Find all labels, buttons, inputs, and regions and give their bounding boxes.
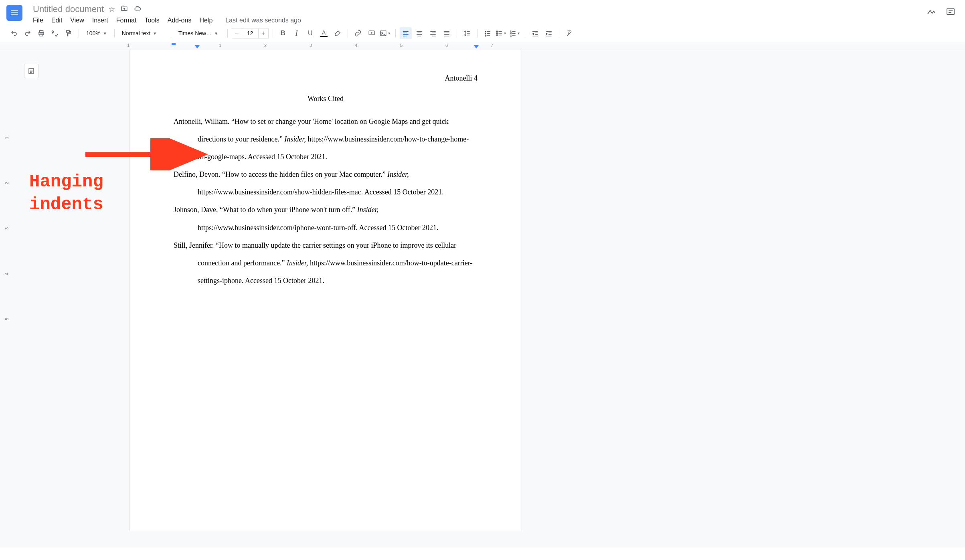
first-line-indent-marker[interactable] [172,43,176,45]
zoom-dropdown[interactable]: 100%▼ [83,27,110,39]
menu-bar: File Edit View Insert Format Tools Add-o… [30,16,927,25]
page-header: Antonelli 4 [174,74,477,83]
annotation-label: Hangingindents [29,170,103,216]
annotation-arrow [81,138,210,170]
increase-indent-button[interactable] [543,27,555,39]
redo-button[interactable] [22,27,34,39]
citation-entry: Still, Jennifer. “How to manually update… [174,237,477,289]
bulleted-list-button[interactable]: ▼ [495,27,507,39]
font-size-decrease[interactable]: − [232,28,242,38]
spellcheck-button[interactable] [49,27,61,39]
comments-icon[interactable] [946,7,955,19]
svg-point-9 [496,34,498,36]
menu-edit[interactable]: Edit [51,17,63,24]
document-outline-button[interactable] [24,64,38,78]
citation-entry: Delfino, Devon. “How to access the hidde… [174,166,477,201]
line-spacing-button[interactable] [461,27,473,39]
menu-addons[interactable]: Add-ons [168,17,192,24]
menu-format[interactable]: Format [116,17,137,24]
align-justify-button[interactable] [441,27,453,39]
font-size-value[interactable]: 12 [242,28,258,38]
svg-rect-0 [947,9,954,14]
font-size-control: − 12 + [232,28,269,38]
horizontal-ruler[interactable]: 1 1 2 3 4 5 6 7 [0,42,965,50]
docs-logo[interactable] [6,5,22,21]
undo-button[interactable] [8,27,20,39]
left-indent-marker[interactable] [195,45,200,49]
bold-button[interactable]: B [277,27,289,39]
cloud-status-icon[interactable] [134,5,142,14]
svg-point-7 [496,31,498,32]
numbered-list-button[interactable]: ▼ [509,27,521,39]
text-cursor [325,277,325,285]
align-left-button[interactable] [400,27,412,39]
align-right-button[interactable] [427,27,439,39]
svg-point-8 [496,33,498,34]
vertical-ruler[interactable]: 1 2 3 4 5 [0,50,17,548]
document-page[interactable]: Hangingindents Antonelli 4 Works Cited A… [129,50,522,531]
font-dropdown[interactable]: Times New…▼ [175,27,223,39]
text-color-button[interactable]: A [318,27,330,39]
menu-view[interactable]: View [70,17,84,24]
move-icon[interactable] [121,5,128,14]
workspace: 1 2 3 4 5 Hangingindents Antonelli 4 Wor… [0,50,965,548]
activity-icon[interactable] [927,7,936,19]
checklist-button[interactable] [481,27,494,39]
highlight-button[interactable] [332,27,344,39]
last-edit-link[interactable]: Last edit was seconds ago [225,17,301,24]
italic-button[interactable]: I [291,27,303,39]
insert-comment-button[interactable] [366,27,378,39]
app-header: Untitled document ☆ File Edit View Inser… [0,0,965,25]
menu-tools[interactable]: Tools [144,17,159,24]
decrease-indent-button[interactable] [529,27,541,39]
citation-entry: Johnson, Dave. “What to do when your iPh… [174,201,477,236]
star-icon[interactable]: ☆ [109,5,115,14]
paragraph-style-dropdown[interactable]: Normal text▼ [119,27,167,39]
menu-insert[interactable]: Insert [92,17,108,24]
document-title[interactable]: Untitled document [33,4,104,14]
menu-help[interactable]: Help [199,17,212,24]
works-cited-title: Works Cited [174,95,477,103]
right-indent-marker[interactable] [474,45,479,49]
print-button[interactable] [35,27,47,39]
underline-button[interactable]: U [304,27,316,39]
toolbar: 100%▼ Normal text▼ Times New…▼ − 12 + B … [0,25,965,42]
insert-link-button[interactable] [352,27,364,39]
clear-formatting-button[interactable] [563,27,575,39]
menu-file[interactable]: File [33,17,43,24]
insert-image-button[interactable]: ▼ [379,27,391,39]
citation-entry: Antonelli, William. “How to set or chang… [174,113,477,166]
font-size-increase[interactable]: + [258,28,269,38]
align-center-button[interactable] [413,27,425,39]
paint-format-button[interactable] [63,27,75,39]
